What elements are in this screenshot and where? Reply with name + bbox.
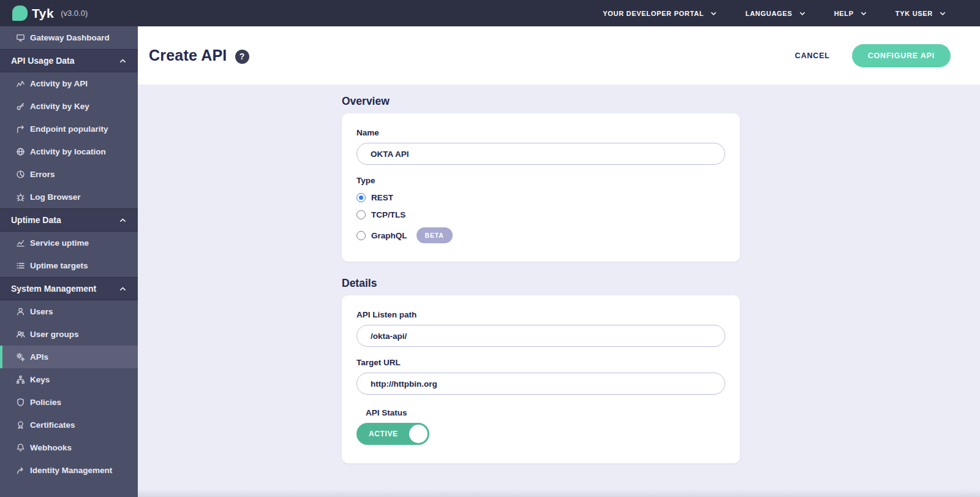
chevron-down-icon [799, 10, 806, 17]
user-icon [16, 307, 25, 316]
endpoint-branch-icon [16, 124, 25, 134]
details-heading: Details [342, 277, 740, 290]
sidebar-item-identity-management[interactable]: Identity Management [0, 459, 138, 482]
shield-icon [16, 398, 25, 407]
tyk-logo[interactable]: Tyk (v3.0.0) [12, 6, 88, 21]
line-chart-icon [16, 238, 25, 248]
sidebar-item-certificates[interactable]: Certificates [0, 414, 138, 436]
sidebar-item-webhooks[interactable]: Webhooks [0, 436, 138, 459]
chevron-up-icon [119, 57, 127, 65]
nav-label: TYK USER [895, 10, 933, 17]
api-status-label: API Status [366, 408, 725, 417]
name-input[interactable] [356, 143, 725, 165]
sidebar-item-label: Endpoint popularity [30, 124, 108, 134]
radio-unselected-icon[interactable] [356, 231, 366, 240]
nav-languages[interactable]: LANGUAGES [745, 10, 806, 17]
sidebar-item-label: Log Browser [30, 192, 81, 202]
sidebar-item-activity-by-key[interactable]: Activity by Key [0, 95, 138, 118]
sidebar-section-label: Uptime Data [11, 215, 61, 225]
sidebar-item-uptime-targets[interactable]: Uptime targets [0, 254, 138, 277]
pie-chart-icon [16, 170, 25, 179]
sidebar-item-label: Errors [30, 170, 55, 179]
sidebar-item-label: Activity by Key [30, 102, 89, 111]
sidebar-item-errors[interactable]: Errors [0, 163, 138, 186]
sitemap-icon [16, 375, 25, 384]
sidebar-section-uptime-data[interactable]: Uptime Data [0, 208, 138, 232]
radio-rest[interactable]: REST [356, 193, 725, 202]
sidebar-item-label: Activity by location [30, 147, 106, 156]
sidebar-item-label: Certificates [30, 420, 75, 430]
sidebar: Gateway DashboardAPI Usage DataActivity … [0, 26, 138, 497]
sidebar-item-label: Service uptime [30, 238, 89, 248]
monitor-icon [16, 33, 25, 42]
configure-api-button[interactable]: CONFIGURE API [852, 44, 951, 67]
page-title: Create API [149, 47, 227, 64]
chevron-down-icon [860, 10, 867, 17]
sidebar-item-label: Activity by API [30, 79, 88, 88]
sidebar-item-users[interactable]: Users [0, 300, 138, 323]
activity-chart-icon [16, 79, 25, 88]
sidebar-item-user-groups[interactable]: User groups [0, 323, 138, 346]
sidebar-item-policies[interactable]: Policies [0, 391, 138, 414]
chevron-up-icon [119, 216, 127, 224]
key-icon [16, 102, 25, 111]
brand-version: (v3.0.0) [61, 9, 88, 18]
radio-tcp-tls[interactable]: TCP/TLS [356, 210, 725, 219]
details-card: API Listen path Target URL API Status AC… [342, 295, 740, 463]
sidebar-section-api-usage-data[interactable]: API Usage Data [0, 49, 138, 72]
bug-icon [16, 192, 25, 202]
sidebar-section-label: API Usage Data [11, 56, 74, 66]
sidebar-item-gateway-dashboard[interactable]: Gateway Dashboard [0, 26, 138, 49]
sidebar-item-label: Uptime targets [30, 261, 88, 270]
brand-name: Tyk [32, 6, 54, 21]
bell-icon [16, 443, 25, 452]
api-status-toggle[interactable]: ACTIVE [356, 423, 429, 445]
user-group-icon [16, 330, 25, 339]
tyk-leaf-icon [12, 6, 28, 21]
sidebar-item-label: Gateway Dashboard [30, 33, 110, 42]
type-radio-group: RESTTCP/TLSGraphQLBETA [356, 193, 725, 243]
radio-selected-icon[interactable] [356, 193, 366, 202]
chevron-up-icon [119, 285, 127, 293]
main-content: Overview Name Type RESTTCP/TLSGraphQLBET… [138, 85, 980, 497]
overview-card: Name Type RESTTCP/TLSGraphQLBETA [342, 113, 740, 262]
type-label: Type [356, 176, 725, 185]
sidebar-item-activity-by-location[interactable]: Activity by location [0, 140, 138, 163]
nav-label: LANGUAGES [745, 10, 793, 17]
radio-label: REST [371, 193, 393, 202]
gears-icon [16, 352, 25, 362]
nav-label: HELP [834, 10, 854, 17]
toggle-knob-icon [409, 425, 428, 443]
sidebar-item-keys[interactable]: Keys [0, 368, 138, 391]
topbar-nav: YOUR DEVELOPER PORTALLANGUAGESHELPTYK US… [603, 10, 946, 17]
listen-path-input[interactable] [356, 325, 725, 347]
name-label: Name [356, 128, 725, 137]
overview-heading: Overview [342, 95, 740, 108]
sidebar-section-system-management[interactable]: System Management [0, 277, 138, 300]
help-icon[interactable]: ? [235, 50, 249, 64]
curved-arrow-icon [16, 466, 25, 475]
target-url-label: Target URL [356, 358, 725, 367]
sidebar-section-label: System Management [11, 284, 96, 294]
sidebar-item-apis[interactable]: APIs [0, 346, 138, 368]
certificate-icon [16, 420, 25, 430]
nav-your-developer-portal[interactable]: YOUR DEVELOPER PORTAL [603, 10, 717, 17]
cancel-button[interactable]: CANCEL [795, 51, 830, 60]
radio-label: TCP/TLS [371, 210, 405, 219]
target-url-input[interactable] [356, 373, 725, 395]
sidebar-item-activity-by-api[interactable]: Activity by API [0, 72, 138, 95]
sidebar-item-label: APIs [30, 352, 48, 362]
sidebar-item-label: User groups [30, 330, 79, 339]
radio-unselected-icon[interactable] [356, 210, 366, 219]
sidebar-item-label: Webhooks [30, 443, 72, 452]
chevron-down-icon [939, 10, 946, 17]
topbar: Tyk (v3.0.0) YOUR DEVELOPER PORTALLANGUA… [0, 0, 980, 26]
sidebar-item-log-browser[interactable]: Log Browser [0, 186, 138, 208]
nav-tyk-user[interactable]: TYK USER [895, 10, 946, 17]
sidebar-item-endpoint-popularity[interactable]: Endpoint popularity [0, 118, 138, 140]
nav-help[interactable]: HELP [834, 10, 867, 17]
chevron-down-icon [710, 10, 717, 17]
sidebar-item-service-uptime[interactable]: Service uptime [0, 232, 138, 254]
list-icon [16, 261, 25, 270]
radio-graphql[interactable]: GraphQLBETA [356, 227, 725, 243]
